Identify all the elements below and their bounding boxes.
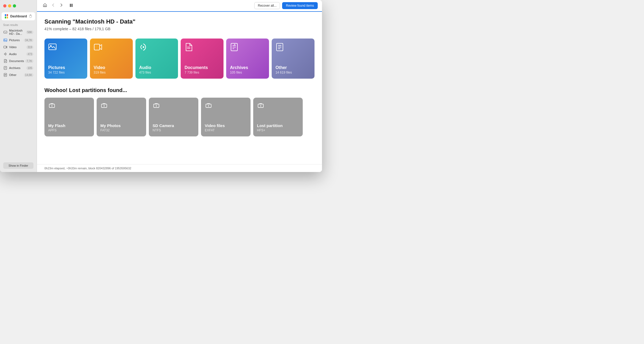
partition-flash-fs: APFS bbox=[48, 128, 90, 132]
sidebar-archives-count: 105 bbox=[26, 66, 33, 70]
svg-rect-4 bbox=[4, 46, 6, 48]
video-card[interactable]: Video 319 files bbox=[90, 39, 133, 79]
video-icon bbox=[3, 45, 7, 49]
documents-card[interactable]: Documents 7 739 files bbox=[181, 39, 223, 79]
archives-card[interactable]: Archives 105 files bbox=[226, 39, 269, 79]
sidebar-documents-label: Documents bbox=[9, 59, 25, 63]
partition-flash-name: My Flash bbox=[48, 123, 90, 128]
documents-card-icon bbox=[184, 43, 220, 53]
svg-point-42 bbox=[260, 105, 261, 106]
other-card[interactable]: Other 14 619 files bbox=[272, 39, 315, 79]
pictures-icon bbox=[3, 38, 7, 42]
other-card-count: 14 619 files bbox=[275, 71, 311, 74]
scan-subtitle: 41% complete – 82 418 files / 179,1 GB bbox=[44, 27, 315, 31]
file-category-cards: Pictures 34 722 files Video 319 files bbox=[44, 39, 315, 79]
partition-videofiles-name: Video files bbox=[205, 123, 247, 128]
sidebar-pictures-label: Pictures bbox=[9, 39, 24, 42]
documents-card-count: 7 739 files bbox=[184, 71, 220, 74]
sidebar-other-label: Other bbox=[9, 73, 24, 77]
partition-photos-name: My Photos bbox=[100, 123, 142, 128]
other-icon bbox=[3, 73, 7, 77]
documents-card-name: Documents bbox=[184, 65, 220, 70]
sidebar: Dashboard Scan results Macintosh HD - Da… bbox=[0, 0, 37, 172]
partition-sd-camera[interactable]: SD Camera NTFS bbox=[149, 98, 198, 136]
forward-button[interactable] bbox=[58, 2, 65, 9]
sidebar-macintosh-label: Macintosh HD - Da... bbox=[9, 29, 26, 35]
svg-point-38 bbox=[156, 105, 157, 106]
partition-video-files[interactable]: Video files EXFAT bbox=[201, 98, 251, 136]
pictures-card-icon bbox=[48, 43, 84, 53]
nav-buttons bbox=[41, 2, 75, 9]
audio-card[interactable]: Audio 473 files bbox=[135, 39, 178, 79]
partition-photos-icon bbox=[100, 102, 142, 111]
sidebar-other-count: 14,6K bbox=[24, 73, 33, 77]
dashboard-label: Dashboard bbox=[10, 14, 27, 18]
pause-button[interactable] bbox=[67, 2, 75, 9]
svg-point-22 bbox=[143, 46, 144, 48]
svg-point-36 bbox=[104, 105, 105, 106]
sidebar-item-macintosh[interactable]: Macintosh HD - Da... 58K bbox=[0, 28, 37, 37]
home-button[interactable] bbox=[41, 2, 49, 9]
partition-camera-name: SD Camera bbox=[153, 123, 195, 128]
drive-icon bbox=[3, 30, 7, 34]
window-controls bbox=[0, 0, 37, 12]
sidebar-bottom: Show in Finder bbox=[0, 159, 37, 172]
sidebar-item-archives[interactable]: Archives 105 bbox=[0, 64, 37, 71]
loading-spinner bbox=[29, 15, 32, 18]
show-in-finder-button[interactable]: Show in Finder bbox=[3, 162, 33, 169]
partition-lost-name: Lost partition bbox=[257, 123, 299, 128]
scan-results-section-label: Scan results bbox=[0, 21, 37, 28]
sidebar-macintosh-count: 58K bbox=[26, 30, 33, 34]
sidebar-archives-label: Archives bbox=[9, 66, 26, 70]
audio-icon bbox=[3, 52, 7, 56]
minimize-button[interactable] bbox=[8, 4, 11, 7]
video-card-count: 319 files bbox=[94, 71, 129, 74]
partition-lost[interactable]: Lost partition HFS+ bbox=[253, 98, 303, 136]
pictures-card-count: 34 722 files bbox=[48, 71, 84, 74]
sidebar-item-pictures[interactable]: Pictures 34,7K bbox=[0, 37, 37, 44]
scan-title: Scanning "Macintosh HD - Data" bbox=[44, 18, 315, 25]
documents-icon bbox=[3, 59, 7, 63]
sidebar-item-documents[interactable]: Documents 7,7K bbox=[0, 58, 37, 64]
partitions-section-title: Woohoo! Lost partitions found... bbox=[44, 87, 315, 93]
video-card-name: Video bbox=[94, 65, 129, 70]
sidebar-audio-count: 473 bbox=[26, 52, 33, 56]
partition-cards: My Flash APFS My Photos FAT32 bbox=[44, 98, 315, 136]
sidebar-documents-count: 7,7K bbox=[25, 59, 33, 63]
sidebar-video-count: 319 bbox=[26, 45, 33, 49]
svg-rect-21 bbox=[94, 44, 100, 50]
sidebar-item-audio[interactable]: Audio 473 bbox=[0, 51, 37, 58]
archives-card-count: 105 files bbox=[230, 71, 265, 74]
status-bar: 0h23m elapsed, ~0h33m remain, block 8204… bbox=[37, 164, 322, 172]
video-card-icon bbox=[94, 43, 129, 53]
partition-lost-fs: HFS+ bbox=[257, 128, 299, 132]
main-content: Recover all... Review found items Scanni… bbox=[37, 0, 322, 172]
dashboard-nav-item[interactable]: Dashboard bbox=[2, 12, 35, 20]
partition-photos-fs: FAT32 bbox=[100, 128, 142, 132]
toolbar: Recover all... Review found items bbox=[37, 0, 322, 12]
svg-rect-17 bbox=[70, 4, 71, 7]
partition-camera-icon bbox=[153, 102, 195, 111]
dashboard-icon bbox=[5, 14, 8, 18]
back-button[interactable] bbox=[50, 2, 57, 9]
svg-point-5 bbox=[5, 54, 6, 54]
close-button[interactable] bbox=[3, 4, 6, 7]
review-found-items-button[interactable]: Review found items bbox=[282, 2, 318, 9]
content-area: Scanning "Macintosh HD - Data" 41% compl… bbox=[37, 12, 322, 164]
sidebar-item-video[interactable]: Video 319 bbox=[0, 44, 37, 51]
partition-videofiles-icon bbox=[205, 102, 247, 111]
audio-card-name: Audio bbox=[139, 65, 175, 70]
archives-card-icon bbox=[230, 43, 265, 53]
pictures-card[interactable]: Pictures 34 722 files bbox=[44, 39, 87, 79]
svg-rect-18 bbox=[71, 4, 73, 7]
sidebar-pictures-count: 34,7K bbox=[24, 39, 33, 42]
maximize-button[interactable] bbox=[13, 4, 16, 7]
audio-card-count: 473 files bbox=[139, 71, 175, 74]
other-card-icon bbox=[275, 43, 311, 53]
svg-point-3 bbox=[5, 39, 5, 40]
partition-my-flash[interactable]: My Flash APFS bbox=[44, 98, 94, 136]
recover-all-button[interactable]: Recover all... bbox=[254, 2, 280, 9]
other-card-name: Other bbox=[275, 65, 311, 70]
partition-my-photos[interactable]: My Photos FAT32 bbox=[97, 98, 146, 136]
sidebar-item-other[interactable]: Other 14,6K bbox=[0, 71, 37, 78]
